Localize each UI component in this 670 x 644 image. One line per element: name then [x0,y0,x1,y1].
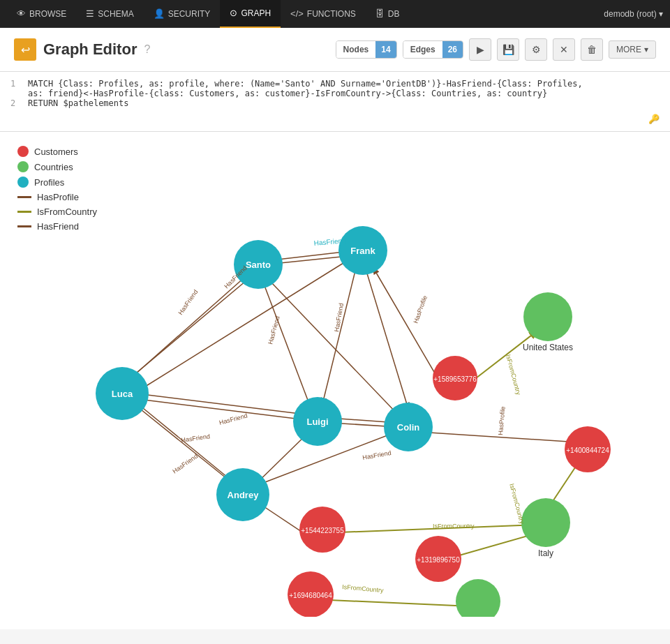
schema-icon: ☰ [86,8,94,19]
edges-label: Edges [403,41,442,58]
edge-luca-andrey [134,404,234,484]
key-icon: 🔑 [648,114,660,124]
graph-area: Customers Countries Profiles HasProfile … [0,132,670,629]
node-us-label: United States [523,343,573,352]
node-ukraine[interactable] [456,579,500,617]
play-button[interactable]: ▶ [469,38,491,61]
legend-countries: Countries [17,161,97,172]
edge-frank-luigi [322,262,357,404]
countries-dot [17,161,29,172]
query-editor[interactable]: 1 MATCH {Class: Profiles, as: profile, w… [0,72,670,132]
browse-icon: 👁 [17,8,26,19]
nav-browse[interactable]: 👁 BROWSE [7,0,76,28]
graph-icon: ⊙ [230,8,237,18]
nodes-label: Nodes [336,41,376,58]
edge-label-hasfriend-sl: HasFriend [177,288,199,316]
chevron-down-icon: ▾ [644,45,648,54]
edges-count: 26 [442,41,463,58]
settings-button[interactable]: ⚙ [525,38,547,61]
edge-label-hasfriend-luigi2: HasFriend [333,303,345,333]
node-frank-label: Frank [350,246,375,256]
edge-luigi-luca [136,394,306,414]
edge-label-hasfriend-luigi1: HasFriend [267,315,281,345]
legend-hasfriend: HasFriend [17,221,97,232]
profiles-dot [17,177,29,188]
node-italy[interactable] [521,498,570,547]
nav-db[interactable]: 🗄 DB [366,0,410,28]
edge-label-isfromcountry-2: IsFromCountry [508,483,526,525]
legend-customers: Customers [17,146,97,157]
nav-user[interactable]: demodb (root) ▾ [604,9,663,19]
delete-button[interactable]: 🗑 [581,38,603,61]
header-controls: Nodes 14 Edges 26 ▶ 💾 ⚙ ✕ 🗑 MORE ▾ [336,38,656,61]
edge-label-isfromcountry-3: IsFromCountry [433,523,475,530]
node-cust-1544-label: +1544223755 [301,527,344,534]
legend: Customers Countries Profiles HasProfile … [17,146,97,236]
edges-badge[interactable]: Edges 26 [403,40,463,59]
help-icon[interactable]: ? [144,43,150,56]
edge-label-hasprofile-2: HasProfile [497,406,507,435]
graph-svg[interactable]: Frank Santo Luca Luigi Colin Andrey +158… [10,142,660,617]
isfromcountry-line [17,211,31,213]
edge-label-hasprofile-1: HasProfile [412,294,429,324]
legend-profiles: Profiles [17,177,97,188]
nav-functions[interactable]: </> FUNCTIONS [281,0,366,28]
node-us[interactable] [523,292,572,341]
edge-frank-colin [364,264,408,409]
node-luigi-label: Luigi [306,417,328,427]
edge-label-isfromcountry-4: IsFromCountry [342,583,385,594]
edge-label-hasfriend-luca-luigi: HasFriend [218,412,248,426]
query-line-2: as: friend}<-HasProfile-{class: Customer… [10,89,660,98]
edge-cust5-ukraine [314,599,471,606]
edge-cust3-italy [321,525,536,533]
node-colin-label: Colin [397,422,420,433]
security-icon: 👤 [154,8,165,19]
functions-icon: </> [290,8,304,19]
db-icon: 🗄 [375,8,385,19]
page-title-area: ↩ Graph Editor ? [14,38,150,61]
edge-label-hasfriend-luigi-colin: HasFriend [362,449,392,461]
nodes-badge[interactable]: Nodes 14 [336,40,397,59]
node-cust-1400-label: +1400844724 [566,447,609,454]
edge-label-hasfriend-luca-luigi2: HasFriend [181,433,211,444]
node-santo-label: Santo [246,260,271,270]
node-italy-label: Italy [538,548,553,558]
hasfriend-line [17,225,31,227]
more-button[interactable]: MORE ▾ [609,40,656,59]
node-cust-1319-label: +1319896750 [417,556,460,564]
nodes-count: 14 [375,41,396,58]
page-header: ↩ Graph Editor ? Nodes 14 Edges 26 ▶ 💾 ⚙… [0,28,670,72]
legend-isfromcountry: IsFromCountry [17,207,97,217]
top-navigation: 👁 BROWSE ☰ SCHEMA 👤 SECURITY ⊙ GRAPH </>… [0,0,670,28]
customers-dot [17,146,29,157]
query-line-1: 1 MATCH {Class: Profiles, as: profile, w… [10,79,660,89]
query-footer: ⌨ 🔑 [10,114,660,124]
nav-security[interactable]: 👤 SECURITY [144,0,221,28]
keyboard-icon[interactable]: ⌨ [10,114,24,124]
node-cust-1589-label: +1589653776 [433,375,477,383]
legend-hasprofile: HasProfile [17,192,97,202]
node-andrey-label: Andrey [228,490,260,500]
main-content: ↩ Graph Editor ? Nodes 14 Edges 26 ▶ 💾 ⚙… [0,28,670,644]
fullscreen-button[interactable]: ✕ [553,38,575,61]
nav-schema[interactable]: ☰ SCHEMA [76,0,143,28]
page-title: Graph Editor [43,40,137,59]
node-luca-label: Luca [112,389,133,399]
query-line-3: 2 RETURN $pathelements [10,98,660,108]
graph-editor-icon: ↩ [14,38,36,61]
edge-label-hasfriend-luca-andrey: HasFriend [171,453,199,475]
edge-luca-luigi [138,399,307,420]
node-cust-1694-label: +1694680464 [289,592,332,599]
edge-label-isfromcountry-1: IsFromCountry [505,354,522,396]
save-button[interactable]: 💾 [497,38,519,61]
nav-graph[interactable]: ⊙ GRAPH [220,0,281,28]
edge-santo-colin [271,282,398,414]
hasprofile-line [17,196,31,198]
